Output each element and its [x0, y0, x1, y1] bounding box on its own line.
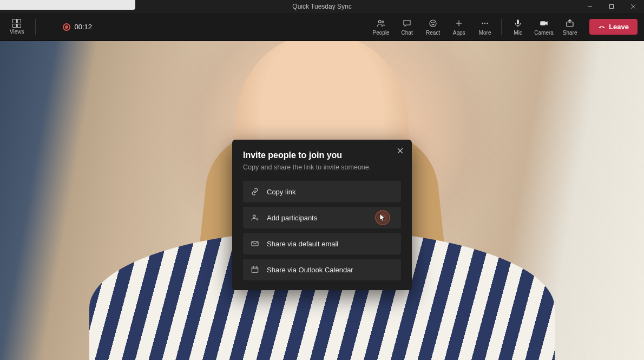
- minimize-button[interactable]: [579, 0, 601, 13]
- svg-rect-14: [517, 19, 519, 24]
- close-window-button[interactable]: [622, 0, 644, 13]
- react-label: React: [426, 30, 440, 36]
- leave-button[interactable]: Leave: [589, 19, 638, 35]
- share-label: Share: [563, 30, 577, 36]
- plus-icon: [454, 18, 464, 28]
- mic-button[interactable]: Mic: [505, 16, 531, 38]
- svg-rect-24: [252, 267, 258, 272]
- window-title: Quick Tuesday Sync: [292, 3, 351, 10]
- maximize-button[interactable]: [601, 0, 622, 13]
- share-email-option[interactable]: Share via default email: [243, 233, 401, 254]
- ellipsis-icon: [480, 18, 490, 28]
- modal-subtitle: Copy and share the link to invite someon…: [243, 163, 401, 171]
- modal-title: Invite people to join you: [243, 150, 401, 160]
- react-icon: [428, 18, 438, 28]
- camera-label: Camera: [534, 30, 554, 36]
- share-outlook-option[interactable]: Share via Outlook Calendar: [243, 259, 401, 280]
- meeting-toolbar: Views 00:12 People Chat React: [0, 13, 644, 41]
- people-icon: [376, 18, 386, 28]
- chat-label: Chat: [402, 30, 413, 36]
- timer-value: 00:12: [75, 23, 93, 31]
- svg-point-5: [382, 21, 384, 23]
- mic-label: Mic: [514, 30, 522, 36]
- more-label: More: [479, 30, 491, 36]
- recording-timer: 00:12: [63, 23, 93, 31]
- apps-button[interactable]: Apps: [446, 16, 472, 38]
- record-icon: [63, 23, 70, 31]
- video-area: Invite people to join you Copy and share…: [0, 41, 644, 360]
- invite-modal: Invite people to join you Copy and share…: [232, 140, 412, 290]
- grid-icon: [12, 19, 21, 28]
- divider: [35, 19, 36, 35]
- calendar-icon: [251, 265, 259, 274]
- cursor-icon: [378, 213, 387, 222]
- link-icon: [251, 187, 259, 196]
- leave-label: Leave: [609, 23, 629, 31]
- share-icon: [565, 18, 575, 28]
- views-button[interactable]: Views: [6, 17, 28, 37]
- apps-label: Apps: [453, 30, 465, 36]
- divider: [501, 19, 502, 35]
- svg-point-7: [432, 22, 432, 22]
- chat-button[interactable]: Chat: [394, 16, 420, 38]
- copy-link-label: Copy link: [267, 188, 295, 196]
- share-button[interactable]: Share: [557, 16, 583, 38]
- titlebar: Quick Tuesday Sync: [0, 0, 644, 13]
- svg-rect-16: [540, 21, 546, 25]
- tab-hint: [0, 0, 135, 10]
- copy-link-option[interactable]: Copy link: [243, 181, 401, 202]
- close-modal-button[interactable]: [395, 145, 405, 156]
- svg-point-11: [482, 22, 483, 23]
- share-email-label: Share via default email: [267, 240, 338, 248]
- people-button[interactable]: People: [368, 16, 394, 38]
- toolbar-right: People Chat React Apps More: [368, 16, 638, 38]
- svg-rect-1: [610, 5, 614, 9]
- share-outlook-label: Share via Outlook Calendar: [267, 266, 353, 274]
- chat-icon: [402, 18, 412, 28]
- react-button[interactable]: React: [420, 16, 446, 38]
- cursor-highlight: [375, 210, 390, 225]
- svg-point-6: [430, 20, 436, 27]
- more-button[interactable]: More: [472, 16, 498, 38]
- close-icon: [397, 148, 403, 154]
- window-controls: [579, 0, 644, 13]
- views-label: Views: [10, 29, 24, 35]
- hangup-icon: [598, 23, 606, 31]
- svg-point-20: [253, 215, 255, 217]
- svg-point-4: [378, 20, 381, 23]
- add-participants-label: Add participants: [267, 214, 317, 222]
- camera-button[interactable]: Camera: [531, 16, 557, 38]
- svg-point-8: [433, 22, 434, 22]
- camera-icon: [539, 18, 549, 28]
- mic-icon: [513, 18, 523, 28]
- svg-point-12: [484, 22, 485, 23]
- people-label: People: [373, 30, 390, 36]
- add-participants-option[interactable]: Add participants: [243, 207, 401, 228]
- add-person-icon: [251, 213, 259, 222]
- mail-icon: [251, 239, 259, 248]
- svg-point-13: [487, 22, 488, 23]
- svg-rect-23: [252, 241, 258, 246]
